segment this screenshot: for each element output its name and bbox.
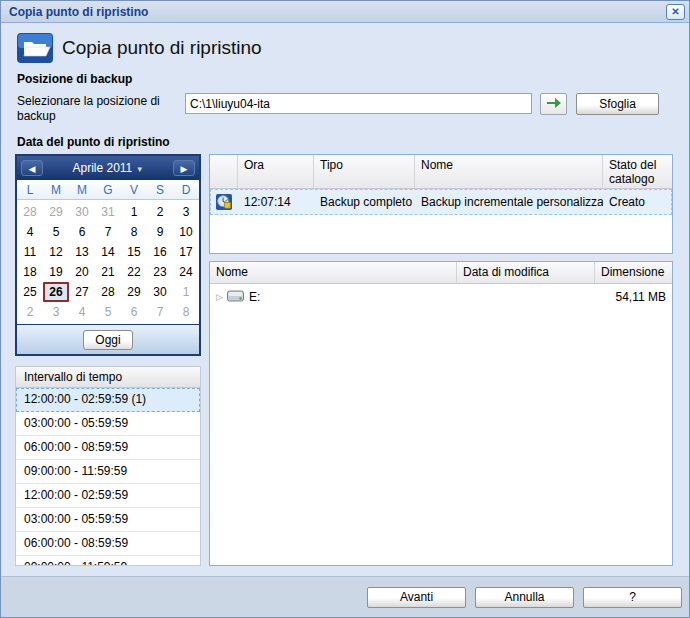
backup-content-table: Nome Data di modifica Dimensione ▷ bbox=[209, 261, 673, 566]
day-header: D bbox=[173, 183, 199, 197]
calendar-day[interactable]: 25 bbox=[17, 282, 43, 302]
column-header-nome[interactable]: Nome bbox=[415, 155, 603, 188]
calendar-day[interactable]: 18 bbox=[17, 262, 43, 282]
calendar-day[interactable]: 29 bbox=[43, 202, 69, 222]
calendar-day[interactable]: 1 bbox=[121, 202, 147, 222]
time-interval-list: 12:00:00 - 02:59:59 (1)03:00:00 - 05:59:… bbox=[16, 388, 200, 566]
calendar-day[interactable]: 6 bbox=[121, 302, 147, 322]
go-arrow-icon bbox=[546, 97, 561, 112]
column-header-stato[interactable]: Stato del catalogo bbox=[603, 155, 672, 188]
cancel-button[interactable]: Annulla bbox=[475, 587, 574, 608]
calendar-day[interactable]: 8 bbox=[173, 302, 199, 322]
help-button[interactable]: ? bbox=[583, 587, 682, 608]
go-button[interactable] bbox=[540, 93, 567, 115]
calendar-day[interactable]: 4 bbox=[17, 222, 43, 242]
browse-button[interactable]: Sfoglia bbox=[576, 93, 659, 115]
calendar-day[interactable]: 28 bbox=[95, 282, 121, 302]
calendar-day[interactable]: 6 bbox=[69, 222, 95, 242]
column-header-nome2[interactable]: Nome bbox=[210, 262, 457, 283]
calendar-month-dropdown[interactable]: Aprile 2011 ▼ bbox=[43, 161, 173, 175]
today-button[interactable]: Oggi bbox=[83, 330, 132, 350]
calendar-day-selected[interactable]: 26 bbox=[43, 282, 69, 302]
calendar-header: ◀ Aprile 2011 ▼ ▶ bbox=[17, 156, 199, 180]
calendar-day[interactable]: 5 bbox=[43, 222, 69, 242]
title-bar: Copia punto di ripristino ✕ bbox=[1, 1, 689, 23]
calendar-day[interactable]: 22 bbox=[121, 262, 147, 282]
dialog-window: Copia punto di ripristino ✕ Copia punto … bbox=[0, 0, 690, 618]
time-interval-row[interactable]: 09:00:00 - 11:59:59 bbox=[16, 556, 200, 566]
location-field-label: Selezionare la posizione di backup bbox=[17, 93, 185, 124]
calendar-day[interactable]: 23 bbox=[147, 262, 173, 282]
dialog-footer: Avanti Annulla ? bbox=[1, 577, 689, 617]
calendar-day-headers: L M M G V S D bbox=[17, 180, 199, 200]
calendar-day[interactable]: 2 bbox=[147, 202, 173, 222]
expand-triangle-icon[interactable]: ▷ bbox=[216, 292, 223, 302]
calendar-grid: 2829303112345678910111213141516171819202… bbox=[17, 200, 199, 324]
calendar-day[interactable]: 31 bbox=[95, 202, 121, 222]
content-table-header: Nome Data di modifica Dimensione bbox=[210, 262, 672, 284]
calendar-day[interactable]: 24 bbox=[173, 262, 199, 282]
time-interval-row[interactable]: 06:00:00 - 08:59:59 bbox=[16, 436, 200, 460]
calendar-day[interactable]: 30 bbox=[147, 282, 173, 302]
calendar-day[interactable]: 3 bbox=[173, 202, 199, 222]
drive-row[interactable]: ▷ E: 54,11 MB bbox=[210, 284, 672, 310]
column-header-ora[interactable]: Ora bbox=[238, 155, 314, 188]
backup-row-nome: Backup incrementale personalizzato bbox=[415, 195, 603, 209]
drive-name: E: bbox=[249, 290, 260, 304]
calendar-day[interactable]: 11 bbox=[17, 242, 43, 262]
calendar-day[interactable]: 29 bbox=[121, 282, 147, 302]
time-interval-row[interactable]: 03:00:00 - 05:59:59 bbox=[16, 412, 200, 436]
column-header-data-modifica[interactable]: Data di modifica bbox=[457, 262, 595, 283]
calendar-day[interactable]: 17 bbox=[173, 242, 199, 262]
calendar-next-button[interactable]: ▶ bbox=[173, 160, 195, 176]
time-interval-header: Intervallo di tempo bbox=[16, 367, 200, 388]
day-header: M bbox=[43, 183, 69, 197]
calendar-day[interactable]: 28 bbox=[17, 202, 43, 222]
calendar-day[interactable]: 13 bbox=[69, 242, 95, 262]
close-icon: ✕ bbox=[671, 6, 679, 17]
window-title: Copia punto di ripristino bbox=[9, 5, 666, 19]
time-interval-row[interactable]: 06:00:00 - 08:59:59 bbox=[16, 532, 200, 556]
time-interval-row[interactable]: 12:00:00 - 02:59:59 (1) bbox=[16, 388, 200, 412]
next-button[interactable]: Avanti bbox=[367, 587, 466, 608]
folder-icon bbox=[17, 33, 53, 63]
column-header-icon[interactable] bbox=[210, 155, 238, 188]
calendar-day[interactable]: 7 bbox=[95, 222, 121, 242]
time-interval-row[interactable]: 12:00:00 - 02:59:59 bbox=[16, 484, 200, 508]
backup-row-tipo: Backup completo bbox=[314, 195, 415, 209]
calendar-day[interactable]: 30 bbox=[69, 202, 95, 222]
calendar-day[interactable]: 15 bbox=[121, 242, 147, 262]
calendar-day[interactable]: 12 bbox=[43, 242, 69, 262]
day-header: S bbox=[147, 183, 173, 197]
column-header-dimensione[interactable]: Dimensione bbox=[595, 262, 672, 283]
time-interval-row[interactable]: 03:00:00 - 05:59:59 bbox=[16, 508, 200, 532]
page-title: Copia punto di ripristino bbox=[62, 37, 262, 59]
calendar: ◀ Aprile 2011 ▼ ▶ L M M G V S D 28293031… bbox=[15, 154, 201, 356]
calendar-day[interactable]: 14 bbox=[95, 242, 121, 262]
calendar-day[interactable]: 1 bbox=[173, 282, 199, 302]
calendar-day[interactable]: 19 bbox=[43, 262, 69, 282]
close-button[interactable]: ✕ bbox=[666, 4, 685, 20]
drive-size: 54,11 MB bbox=[595, 290, 672, 304]
calendar-day[interactable]: 5 bbox=[95, 302, 121, 322]
drive-icon bbox=[227, 290, 244, 305]
calendar-day[interactable]: 4 bbox=[69, 302, 95, 322]
dialog-header: Copia punto di ripristino bbox=[17, 33, 673, 63]
calendar-day[interactable]: 7 bbox=[147, 302, 173, 322]
calendar-day[interactable]: 16 bbox=[147, 242, 173, 262]
backup-point-row[interactable]: 12:07:14 Backup completo Backup incremen… bbox=[210, 189, 672, 215]
calendar-day[interactable]: 21 bbox=[95, 262, 121, 282]
calendar-day[interactable]: 8 bbox=[121, 222, 147, 242]
calendar-day[interactable]: 3 bbox=[43, 302, 69, 322]
calendar-prev-button[interactable]: ◀ bbox=[21, 160, 43, 176]
calendar-day[interactable]: 10 bbox=[173, 222, 199, 242]
calendar-day[interactable]: 27 bbox=[69, 282, 95, 302]
time-interval-row[interactable]: 09:00:00 - 11:59:59 bbox=[16, 460, 200, 484]
calendar-day[interactable]: 20 bbox=[69, 262, 95, 282]
dialog-content: Copia punto di ripristino Posizione di b… bbox=[1, 23, 689, 577]
calendar-day[interactable]: 9 bbox=[147, 222, 173, 242]
column-header-tipo[interactable]: Tipo bbox=[314, 155, 415, 188]
calendar-day[interactable]: 2 bbox=[17, 302, 43, 322]
backup-path-input[interactable] bbox=[185, 93, 532, 114]
backup-row-stato: Creato bbox=[603, 195, 672, 209]
